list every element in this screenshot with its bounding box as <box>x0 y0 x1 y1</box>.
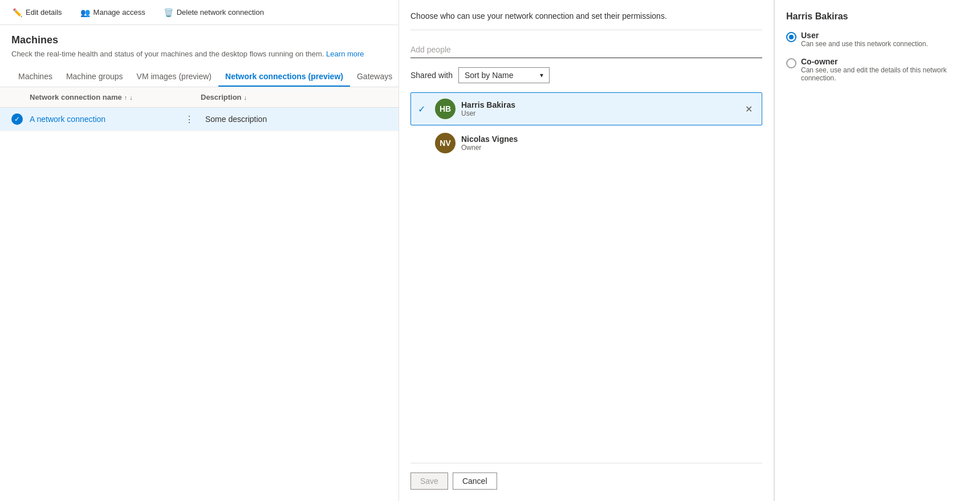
page-title: Machines <box>11 34 387 46</box>
permission-option-user[interactable]: User Can see and use this network connec… <box>786 31 969 48</box>
right-panel: Choose who can use your network connecti… <box>399 0 980 501</box>
learn-more-link[interactable]: Learn more <box>326 50 364 58</box>
person-harris-bakiras[interactable]: ✓ HB Harris Bakiras User ✕ <box>410 92 762 125</box>
check-circle-icon: ✓ <box>11 113 23 125</box>
chevron-down-icon: ▾ <box>540 71 543 79</box>
permission-text-coowner: Co-owner Can see, use and edit the detai… <box>801 57 969 82</box>
person-check-icon: ✓ <box>418 104 429 115</box>
person-role-harris: User <box>461 109 743 117</box>
list-header: Network connection name ↑ ↓ Description … <box>0 87 398 108</box>
manage-access-button[interactable]: 👥 Manage access <box>77 6 149 19</box>
tab-network-connections[interactable]: Network connections (preview) <box>218 67 350 87</box>
row-description: Some description <box>205 115 387 124</box>
row-more-menu-button[interactable]: ⋮ <box>185 114 198 125</box>
people-icon: 👥 <box>80 8 90 17</box>
permission-desc-coowner: Can see, use and edit the details of thi… <box>801 66 969 82</box>
add-people-input[interactable] <box>410 42 762 58</box>
sort-asc-icon: ↑ <box>124 94 128 101</box>
person-avatar-harris: HB <box>435 99 456 119</box>
row-checkbox[interactable]: ✓ <box>11 113 25 125</box>
tab-machines[interactable]: Machines <box>11 67 59 87</box>
sort-desc-icon: ↓ <box>129 94 133 101</box>
permission-option-coowner[interactable]: Co-owner Can see, use and edit the detai… <box>786 57 969 82</box>
tab-machine-groups[interactable]: Machine groups <box>59 67 130 87</box>
col-desc-sort-icon: ↓ <box>244 94 247 101</box>
radio-user[interactable] <box>786 32 796 42</box>
tab-gateways[interactable]: Gateways <box>350 67 399 87</box>
row-network-name[interactable]: A network connection <box>30 115 178 124</box>
network-connections-list: Network connection name ↑ ↓ Description … <box>0 87 398 501</box>
manage-access-panel: Choose who can use your network connecti… <box>399 0 774 501</box>
permission-desc-user: Can see and use this network connection. <box>801 40 928 48</box>
toolbar: ✏️ Edit details 👥 Manage access 🗑️ Delet… <box>0 0 398 25</box>
sort-by-label: Sort by Name <box>465 71 514 80</box>
manage-footer: Save Cancel <box>410 463 762 490</box>
tab-vm-images[interactable]: VM images (preview) <box>130 67 218 87</box>
delete-icon: 🗑️ <box>164 8 173 17</box>
add-people-section <box>410 42 762 58</box>
person-info-nicolas: Nicolas Vignes Owner <box>461 135 755 152</box>
manage-description: Choose who can use your network connecti… <box>410 11 762 30</box>
person-nicolas-vignes[interactable]: ✓ NV Nicolas Vignes Owner <box>410 127 762 160</box>
person-name-nicolas: Nicolas Vignes <box>461 135 755 144</box>
machines-description: Check the real-time health and status of… <box>11 50 387 58</box>
edit-icon: ✏️ <box>13 8 22 17</box>
permission-panel: Harris Bakiras User Can see and use this… <box>775 0 980 501</box>
person-role-nicolas: Owner <box>461 144 755 152</box>
left-panel: ✏️ Edit details 👥 Manage access 🗑️ Delet… <box>0 0 399 501</box>
col-name-header[interactable]: Network connection name ↑ ↓ <box>30 93 201 101</box>
radio-coowner[interactable] <box>786 58 796 68</box>
tab-bar: Machines Machine groups VM images (previ… <box>0 67 398 87</box>
delete-network-connection-button[interactable]: 🗑️ Delete network connection <box>160 6 267 19</box>
person-remove-harris-button[interactable]: ✕ <box>743 101 755 117</box>
table-row[interactable]: ✓ A network connection ⋮ Some descriptio… <box>0 108 398 131</box>
person-name-harris: Harris Bakiras <box>461 100 743 109</box>
permission-user-name: Harris Bakiras <box>786 11 969 22</box>
person-info-harris: Harris Bakiras User <box>461 100 743 117</box>
person-avatar-nicolas: NV <box>435 133 456 153</box>
cancel-button[interactable]: Cancel <box>453 473 497 490</box>
machines-section: Machines Check the real-time health and … <box>0 25 398 87</box>
shared-with-row: Shared with Sort by Name ▾ <box>410 67 762 83</box>
permission-label-coowner: Co-owner <box>801 57 969 66</box>
edit-details-button[interactable]: ✏️ Edit details <box>9 6 66 19</box>
sort-by-dropdown[interactable]: Sort by Name ▾ <box>458 67 550 83</box>
people-list: ✓ HB Harris Bakiras User ✕ ✓ NV Nicolas … <box>410 92 762 463</box>
shared-with-label: Shared with <box>410 71 453 80</box>
save-button[interactable]: Save <box>410 473 448 490</box>
permission-label-user: User <box>801 31 928 40</box>
permission-text-user: User Can see and use this network connec… <box>801 31 928 48</box>
col-desc-header[interactable]: Description ↓ <box>201 93 387 101</box>
